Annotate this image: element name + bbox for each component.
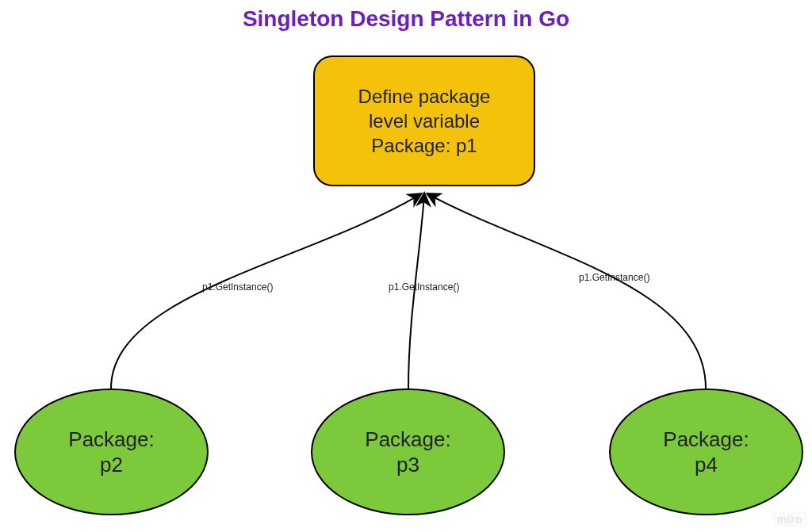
node-p1-line1: Define package bbox=[358, 84, 491, 109]
node-p3-line2: p3 bbox=[396, 452, 419, 478]
node-p4-line1: Package: bbox=[663, 427, 749, 453]
node-p4: Package: p4 bbox=[609, 388, 803, 515]
edge-label-p2: p1.GetInstance() bbox=[202, 281, 273, 293]
edge-label-p3: p1.GetInstance() bbox=[389, 281, 459, 293]
node-p2: Package: p2 bbox=[14, 388, 209, 515]
node-p1-line3: Package: p1 bbox=[371, 133, 477, 158]
node-p2-line2: p2 bbox=[100, 452, 123, 478]
diagram-title: Singleton Design Pattern in Go bbox=[0, 6, 812, 32]
node-p4-line2: p4 bbox=[695, 452, 718, 478]
node-p1-definition: Define package level variable Package: p… bbox=[313, 55, 535, 186]
diagram-canvas: Singleton Design Pattern in Go Define pa… bbox=[0, 0, 812, 532]
node-p3-line1: Package: bbox=[365, 427, 450, 453]
watermark: miro bbox=[772, 511, 807, 527]
node-p1-line2: level variable bbox=[369, 109, 480, 133]
edge-label-p4: p1.GetInstance() bbox=[579, 272, 649, 283]
node-p3: Package: p3 bbox=[311, 388, 505, 515]
node-p2-line1: Package: bbox=[68, 427, 154, 453]
